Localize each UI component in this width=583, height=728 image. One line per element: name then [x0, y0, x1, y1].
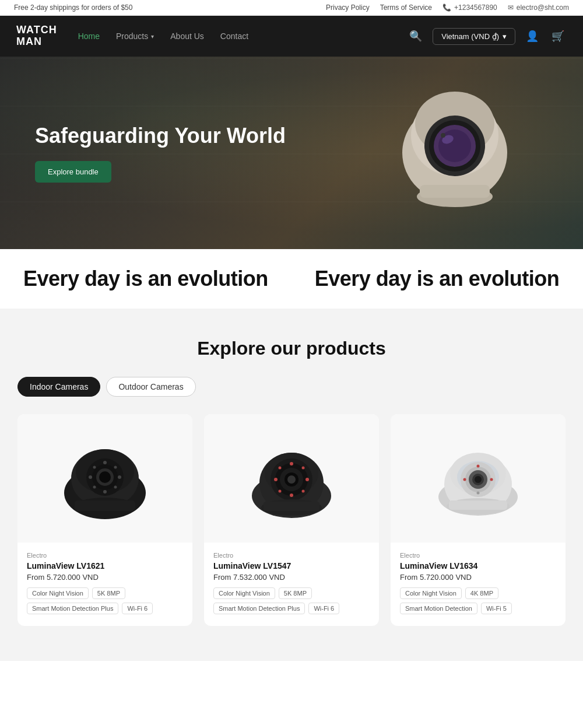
nav-contact[interactable]: Contact: [220, 32, 248, 41]
product-brand: Electro: [213, 552, 370, 559]
product-tags: Color Night Vision 4K 8MP Smart Motion D…: [400, 587, 556, 614]
svg-point-37: [305, 478, 309, 481]
product-price: From 7.532.000 VND: [213, 573, 370, 582]
products-section: Explore our products Indoor Cameras Outd…: [0, 309, 583, 661]
shipping-notice: Free 2-day shippings for orders of $50: [14, 4, 132, 12]
product-tag: Smart Motion Detection: [400, 603, 477, 614]
search-button[interactable]: 🔍: [407, 27, 424, 45]
product-name: LuminaView LV1634: [400, 561, 556, 570]
nav-about[interactable]: About Us: [170, 32, 204, 41]
product-image-area: [391, 414, 566, 542]
email-icon: ✉: [508, 4, 514, 12]
tab-indoor-cameras[interactable]: Indoor Cameras: [17, 377, 100, 397]
navbar-left: WATCH MAN Home Products ▾ About Us Conta…: [16, 24, 248, 48]
account-button[interactable]: 👤: [524, 27, 541, 45]
svg-point-21: [103, 490, 107, 494]
terms-link[interactable]: Terms of Service: [380, 4, 432, 12]
currency-selector[interactable]: Vietnam (VND ₫) ▾: [433, 28, 515, 45]
product-tag: Color Night Vision: [400, 587, 462, 599]
top-bar-right: Privacy Policy Terms of Service 📞 +12345…: [326, 4, 569, 12]
product-tags: Color Night Vision 5K 8MP Smart Motion D…: [27, 587, 183, 614]
product-tag: 4K 8MP: [465, 587, 498, 599]
product-price: From 5.720.000 VND: [27, 573, 183, 582]
product-tag: Wi-Fi 6: [122, 603, 153, 614]
marquee-item: Every day is an evolution: [0, 267, 292, 291]
hero-section: Safeguarding Your World Explore bundle: [0, 57, 583, 249]
svg-point-18: [89, 475, 92, 479]
svg-point-54: [475, 476, 482, 483]
product-card[interactable]: Electro LuminaView LV1634 From 5.720.000…: [391, 414, 566, 626]
product-2-image: [239, 432, 344, 525]
svg-point-42: [279, 490, 282, 493]
products-section-title: Explore our products: [17, 338, 566, 359]
logo-line2: MAN: [16, 36, 57, 48]
product-price: From 5.720.000 VND: [400, 573, 556, 582]
product-tag: Smart Motion Detection Plus: [27, 603, 118, 614]
product-image-area: [204, 414, 379, 542]
currency-chevron-icon: ▾: [503, 32, 507, 41]
svg-point-41: [302, 467, 305, 470]
phone-number: +1234567890: [454, 4, 497, 12]
svg-point-19: [118, 475, 121, 479]
nav-products-label: Products: [116, 32, 148, 41]
svg-point-25: [114, 486, 117, 489]
product-image-area: [17, 414, 192, 542]
phone-icon: 📞: [442, 4, 451, 12]
svg-rect-60: [449, 501, 507, 510]
product-info: Electro LuminaView LV1547 From 7.532.000…: [204, 552, 379, 614]
cart-button[interactable]: 🛒: [549, 27, 567, 45]
products-chevron-icon: ▾: [151, 33, 154, 40]
product-1-image: [52, 432, 157, 525]
product-tag: 5K 8MP: [279, 587, 312, 599]
svg-point-43: [302, 490, 305, 493]
svg-point-38: [290, 462, 293, 466]
product-grid: Electro LuminaView LV1621 From 5.720.000…: [17, 414, 566, 626]
svg-rect-45: [264, 502, 319, 511]
product-tag: Color Night Vision: [27, 587, 89, 599]
navbar-right: 🔍 Vietnam (VND ₫) ▾ 👤 🛒: [407, 27, 567, 45]
svg-point-22: [93, 466, 96, 469]
navbar: WATCH MAN Home Products ▾ About Us Conta…: [0, 16, 583, 57]
svg-point-35: [287, 475, 296, 484]
product-info: Electro LuminaView LV1634 From 5.720.000…: [391, 552, 566, 614]
product-name: LuminaView LV1547: [213, 561, 370, 570]
email-address: electro@sht.com: [517, 4, 569, 12]
tab-outdoor-cameras[interactable]: Outdoor Cameras: [106, 377, 195, 397]
product-info: Electro LuminaView LV1621 From 5.720.000…: [17, 552, 192, 614]
svg-point-17: [99, 471, 111, 483]
product-tag: Color Night Vision: [213, 587, 275, 599]
logo[interactable]: WATCH MAN: [16, 24, 57, 48]
svg-point-56: [490, 478, 493, 481]
product-card[interactable]: Electro LuminaView LV1621 From 5.720.000…: [17, 414, 192, 626]
currency-label: Vietnam (VND ₫): [441, 32, 499, 41]
product-tabs: Indoor Cameras Outdoor Cameras: [17, 377, 566, 397]
svg-point-55: [463, 478, 466, 481]
svg-point-58: [477, 492, 480, 495]
product-tag: Wi-Fi 5: [481, 603, 512, 614]
nav-products[interactable]: Products ▾: [116, 32, 154, 41]
phone-contact: 📞 +1234567890: [442, 4, 497, 12]
svg-point-23: [114, 466, 117, 469]
svg-point-24: [93, 486, 96, 489]
explore-bundle-button[interactable]: Explore bundle: [35, 161, 111, 183]
top-bar: Free 2-day shippings for orders of $50 P…: [0, 0, 583, 16]
svg-point-20: [103, 461, 107, 464]
email-contact: ✉ electro@sht.com: [508, 4, 569, 12]
logo-line1: WATCH: [16, 24, 57, 36]
product-card[interactable]: Electro LuminaView LV1547 From 7.532.000…: [204, 414, 379, 626]
svg-rect-9: [420, 185, 490, 198]
nav-home[interactable]: Home: [78, 32, 100, 41]
svg-point-39: [290, 494, 293, 497]
svg-rect-27: [75, 501, 135, 511]
product-tag: Smart Motion Detection Plus: [213, 603, 305, 614]
svg-point-57: [477, 465, 480, 468]
marquee-track: Every day is an evolution Every day is a…: [0, 267, 583, 291]
nav-links: Home Products ▾ About Us Contact: [78, 32, 248, 41]
marquee-item: Every day is an evolution: [292, 267, 583, 291]
product-name: LuminaView LV1621: [27, 561, 183, 570]
product-tag: 5K 8MP: [92, 587, 125, 599]
product-3-image: [426, 432, 531, 525]
marquee-section: Every day is an evolution Every day is a…: [0, 249, 583, 309]
privacy-link[interactable]: Privacy Policy: [326, 4, 370, 12]
svg-point-40: [279, 467, 282, 470]
